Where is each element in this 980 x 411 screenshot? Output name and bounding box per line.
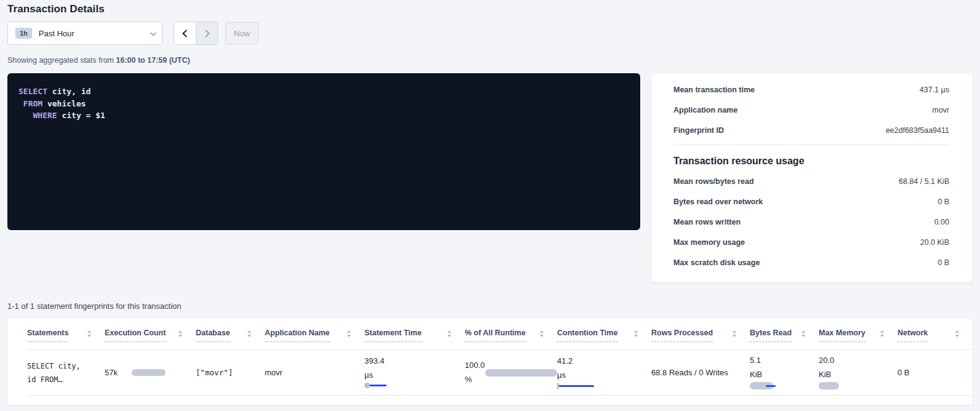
column-header-max-memory[interactable]: Max Memory: [819, 329, 898, 349]
contention-time-bar: [557, 383, 595, 389]
prev-time-button[interactable]: [174, 22, 196, 44]
summary-value: 0 B: [938, 198, 949, 206]
summary-row-mean-transaction-time: Mean transaction time 437.1 µs: [673, 79, 949, 100]
sort-carets-icon: [179, 329, 182, 337]
execution-count-cell: 57k: [105, 368, 196, 377]
sql-line: WHERE city = $1: [18, 110, 629, 122]
sort-carets-icon: [880, 329, 884, 337]
summary-value: 68.84 / 5.1 KiB: [899, 177, 949, 186]
sql-line: FROM vehicles: [18, 98, 629, 110]
now-button[interactable]: Now: [225, 22, 259, 44]
summary-label: Max memory usage: [673, 238, 745, 247]
bytes-read-bar: [750, 382, 777, 389]
chevron-right-icon: [202, 30, 210, 38]
column-header-statements[interactable]: Statements: [27, 329, 105, 349]
summary-label: Bytes read over network: [673, 198, 763, 206]
contention-time-cell: 41.2 µs: [557, 356, 651, 389]
summary-value: 0 B: [938, 258, 949, 267]
time-nav-arrows: [174, 22, 218, 45]
sort-carets-icon: [733, 329, 736, 337]
summary-value: 437.1 µs: [920, 86, 949, 94]
time-range-dropdown[interactable]: 1h Past Hour: [7, 22, 163, 45]
column-header-application-name[interactable]: Application Name: [265, 329, 364, 349]
transaction-summary-card: Mean transaction time 437.1 µs Applicati…: [651, 73, 973, 282]
sort-carets-icon: [801, 329, 805, 337]
column-header-network[interactable]: Network: [898, 329, 973, 349]
max-memory-bar: [819, 382, 840, 389]
pct-runtime-bar: [485, 369, 557, 377]
sort-carets-icon: [347, 329, 351, 337]
rows-processed-cell: 68.8 Reads / 0 Writes: [651, 368, 750, 377]
column-header-rows-processed[interactable]: Rows Processed: [651, 329, 750, 349]
pct-runtime-cell: 100.0 %: [465, 361, 557, 385]
sort-carets-icon: [87, 329, 91, 337]
execution-count-bar: [132, 369, 166, 376]
transaction-details-page: Transaction Details 1h Past Hour Now Sho…: [0, 0, 980, 405]
summary-row-max-memory-usage: Max memory usage 20.0 KiB: [673, 232, 949, 252]
summary-label: Mean transaction time: [673, 86, 755, 94]
statement-row: SELECT city, id FROM… 57k ["movr"] movr …: [27, 350, 973, 396]
summary-value: movr: [932, 106, 949, 114]
column-header-execution-count[interactable]: Execution Count: [105, 329, 196, 349]
stats-prefix: Showing aggregated stats from: [7, 56, 116, 65]
bytes-read-cell: 5.1 KiB: [750, 356, 819, 389]
next-time-button[interactable]: [196, 22, 217, 44]
application-name-cell: movr: [265, 368, 364, 377]
database-cell: ["movr"]: [196, 368, 265, 377]
sort-carets-icon: [247, 329, 251, 337]
summary-label: Application name: [673, 106, 737, 114]
summary-row-mean-rows-written: Mean rows written 0.00: [673, 212, 949, 232]
sql-keyword: SELECT: [18, 87, 47, 96]
chevron-down-icon: [150, 30, 156, 36]
summary-divider: [673, 145, 949, 145]
statement-time-cell: 393.4 µs: [364, 356, 465, 389]
summary-row-application-name: Application name movr: [673, 100, 949, 120]
fingerprints-count-line: 1-1 of 1 statement fingerprints for this…: [7, 301, 973, 311]
sort-carets-icon: [634, 329, 638, 337]
page-title: Transaction Details: [7, 3, 973, 15]
summary-value: ee2df683f5aa9411: [886, 126, 949, 135]
column-header-bytes-read[interactable]: Bytes Read: [750, 329, 819, 349]
column-header-contention-time[interactable]: Contention Time: [557, 329, 651, 349]
interval-badge: 1h: [15, 28, 32, 39]
main-area: SELECT city, id FROM vehicles WHERE city…: [7, 73, 973, 282]
statements-table: Statements Execution Count Database Appl…: [7, 319, 973, 405]
statements-table-header: Statements Execution Count Database Appl…: [27, 319, 973, 350]
aggregated-stats-line: Showing aggregated stats from 16:00 to 1…: [7, 56, 973, 65]
summary-value: 0.00: [934, 218, 949, 226]
max-memory-cell: 20.0 KiB: [819, 356, 898, 389]
statement-time-bar: [364, 383, 389, 389]
summary-row-fingerprint-id: Fingerprint ID ee2df683f5aa9411: [673, 120, 949, 140]
summary-label: Max scratch disk usage: [673, 258, 760, 267]
time-controls: 1h Past Hour Now: [7, 22, 973, 45]
summary-label: Mean rows/bytes read: [673, 177, 754, 186]
summary-row-max-scratch-disk-usage: Max scratch disk usage 0 B: [673, 252, 949, 273]
summary-value: 20.0 KiB: [920, 238, 949, 247]
stats-range: 16:00 to 17:59 (UTC): [116, 56, 190, 65]
sort-carets-icon: [448, 329, 451, 337]
summary-label: Mean rows written: [673, 218, 741, 226]
chevron-left-icon: [182, 30, 190, 38]
network-cell: 0 B: [898, 368, 973, 377]
sql-keyword: WHERE: [33, 111, 57, 120]
column-header-statement-time[interactable]: Statement Time: [364, 329, 465, 349]
time-range-label: Past Hour: [39, 29, 150, 38]
sql-keyword: FROM: [23, 99, 42, 108]
summary-row-bytes-read-over-network: Bytes read over network 0 B: [673, 191, 949, 212]
summary-row-mean-rows-bytes-read: Mean rows/bytes read 68.84 / 5.1 KiB: [673, 171, 949, 191]
statement-fingerprint-link[interactable]: SELECT city, id FROM…: [27, 359, 105, 386]
transaction-sql-box: SELECT city, id FROM vehicles WHERE city…: [7, 73, 640, 230]
sql-line: SELECT city, id: [18, 86, 629, 98]
sort-carets-icon: [955, 329, 959, 337]
column-header-pct-runtime[interactable]: % of All Runtime: [465, 329, 557, 349]
resource-usage-title: Transaction resource usage: [673, 148, 949, 171]
sort-carets-icon: [540, 329, 544, 337]
summary-label: Fingerprint ID: [673, 126, 724, 135]
column-header-database[interactable]: Database: [196, 329, 265, 349]
